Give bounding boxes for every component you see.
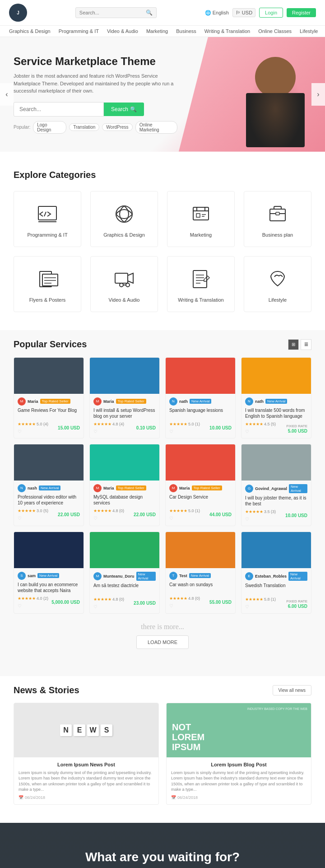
service-price: 15.00 USD bbox=[58, 425, 80, 430]
seller-name: nath bbox=[255, 399, 264, 404]
like-button[interactable]: ♡ bbox=[245, 517, 249, 522]
service-thumbnail bbox=[166, 532, 235, 568]
service-title: Car Design Service bbox=[169, 494, 232, 506]
nav-item[interactable]: Graphics & Design bbox=[9, 28, 51, 34]
rating-stars: ★★★★★ bbox=[245, 509, 263, 514]
calendar-icon: 📅 bbox=[19, 795, 23, 800]
language-selector[interactable]: 🌐 English bbox=[205, 10, 229, 16]
slider-prev-button[interactable]: ‹ bbox=[0, 83, 14, 106]
header-right: 🌐 English 🏳 USD Login Register bbox=[205, 8, 316, 18]
news-card[interactable]: INDUSTRY BASED COPY FOR THE WEB NOTLOREM… bbox=[166, 703, 311, 805]
like-button[interactable]: ♡ bbox=[18, 516, 22, 521]
svg-point-20 bbox=[120, 283, 123, 287]
like-button[interactable]: ♡ bbox=[245, 429, 249, 434]
seller-badge: New Arrival bbox=[136, 572, 156, 581]
rating-count: 4.8 (0) bbox=[112, 597, 124, 602]
list-view-button[interactable]: ☰ bbox=[301, 339, 311, 350]
svg-rect-19 bbox=[115, 273, 128, 283]
popular-tag[interactable]: Translation bbox=[69, 123, 99, 131]
service-card[interactable]: S sam New Arrival I can build you an eco… bbox=[14, 532, 84, 614]
logo[interactable]: J bbox=[9, 4, 27, 22]
nav-item[interactable]: Business bbox=[176, 28, 196, 34]
rating-count: 4.5 (5) bbox=[264, 422, 276, 426]
news-excerpt: Lorem Ipsum is simply dummy text of the … bbox=[171, 770, 306, 793]
rating-stars: ★★★★★ bbox=[18, 509, 36, 513]
service-card[interactable]: M Maria Top Rated Seller Car Design Serv… bbox=[165, 444, 236, 526]
category-card[interactable]: Lifestyle bbox=[244, 256, 311, 312]
category-card[interactable]: Graphics & Design bbox=[90, 191, 158, 247]
service-card[interactable]: M Maria Top Rated Seller MySQL database … bbox=[89, 444, 160, 526]
category-card[interactable]: Programming & IT bbox=[14, 191, 81, 247]
service-title: Am să testez diactricle bbox=[93, 583, 156, 594]
seller-avatar: M bbox=[169, 484, 177, 492]
popular-tag[interactable]: WordPress bbox=[102, 123, 132, 131]
svg-line-1 bbox=[44, 212, 46, 216]
like-button[interactable]: ♡ bbox=[169, 516, 173, 521]
news-excerpt: Lorem Ipsum is simply dummy text of the … bbox=[19, 770, 154, 793]
popular-tag[interactable]: Online Marketing bbox=[135, 121, 177, 134]
grid-view-button[interactable]: ⊞ bbox=[288, 339, 299, 350]
globe-icon: 🌐 bbox=[205, 10, 211, 16]
header-search-input[interactable] bbox=[79, 10, 146, 15]
service-card[interactable]: N nath New Arrival Spanish language less… bbox=[165, 357, 236, 439]
like-button[interactable]: ♡ bbox=[245, 604, 249, 609]
service-price: 55.00 USD bbox=[209, 600, 232, 605]
nav-item[interactable]: Video & Audio bbox=[107, 28, 138, 34]
login-button[interactable]: Login bbox=[259, 8, 283, 18]
service-card[interactable]: T Test New Arrival Car wash on sundays ★… bbox=[165, 532, 236, 614]
category-card[interactable]: Video & Audio bbox=[90, 256, 158, 312]
news-card[interactable]: NEWS Lorem Ipsum News Post Lorem Ipsum i… bbox=[14, 703, 159, 805]
seller-badge: New Arrival bbox=[39, 485, 60, 490]
nav-item[interactable]: Writing & Translation bbox=[204, 28, 250, 34]
load-more-button[interactable]: LOAD MORE bbox=[136, 635, 189, 649]
slider-next-button[interactable]: › bbox=[311, 83, 325, 106]
category-card[interactable]: Business plan bbox=[244, 191, 311, 247]
service-thumbnail bbox=[90, 444, 159, 481]
category-card[interactable]: Marketing bbox=[167, 191, 235, 247]
calendar-icon: 📅 bbox=[171, 795, 176, 800]
news-date: 📅 06/24/2018 bbox=[171, 795, 306, 800]
service-card[interactable]: E Esteban_Robles New Arrival Swedish Tra… bbox=[241, 532, 311, 614]
header-search-container[interactable]: 🔍 bbox=[75, 7, 157, 18]
service-card[interactable]: N nath New Arrival I will translate 500 … bbox=[241, 357, 311, 439]
register-button[interactable]: Register bbox=[287, 8, 316, 17]
hero-title: Service Marketplace Theme bbox=[14, 55, 177, 68]
service-card[interactable]: N nash New Arrival Professional video ed… bbox=[14, 444, 84, 526]
service-card[interactable]: M Maria Top Rated Seller Game Reviews Fo… bbox=[14, 357, 84, 439]
category-card[interactable]: Flyers & Posters bbox=[14, 256, 81, 312]
service-title: Swedish Translation bbox=[245, 583, 307, 594]
currency-selector[interactable]: 🏳 USD bbox=[232, 8, 255, 17]
like-button[interactable]: ♡ bbox=[169, 603, 173, 608]
like-button[interactable]: ♡ bbox=[93, 604, 98, 609]
nav-item[interactable]: Lifestyle bbox=[300, 28, 318, 34]
service-thumbnail bbox=[166, 444, 235, 481]
service-card[interactable]: M Maria Top Rated Seller I will install … bbox=[89, 357, 160, 439]
like-button[interactable]: ♡ bbox=[93, 516, 98, 521]
like-button[interactable]: ♡ bbox=[18, 429, 22, 434]
category-card[interactable]: Writing & Translation bbox=[167, 256, 235, 312]
nav-item[interactable]: Online Classes bbox=[258, 28, 292, 34]
search-icon[interactable]: 🔍 bbox=[146, 9, 153, 16]
hero-search-button[interactable]: Search 🔍 bbox=[104, 103, 144, 116]
there-is-more-text: there is more... bbox=[23, 623, 302, 631]
news-section: News & Stories View all news NEWS Lorem … bbox=[0, 676, 325, 823]
hero-search-input[interactable] bbox=[14, 102, 104, 117]
nav-item[interactable]: Marketing bbox=[146, 28, 168, 34]
seller-avatar: G bbox=[245, 485, 253, 493]
service-title: Professional video editor with 10 years … bbox=[18, 494, 80, 506]
popular-tag[interactable]: Logo Design bbox=[33, 121, 66, 134]
service-card[interactable]: G Govind_Agrawal New Arrival I will buy … bbox=[241, 444, 311, 526]
like-button[interactable]: ♡ bbox=[169, 429, 173, 434]
news-thumbnail: NEWS bbox=[14, 703, 158, 757]
seller-badge: Top Rated Seller bbox=[192, 485, 222, 490]
service-card[interactable]: M Munteanu_Doru New Arrival Am să testez… bbox=[89, 532, 160, 614]
news-title: Lorem Ipsum News Post bbox=[19, 762, 154, 767]
like-button[interactable]: ♡ bbox=[93, 429, 98, 434]
like-button[interactable]: ♡ bbox=[18, 603, 22, 608]
nav-item[interactable]: Programming & IT bbox=[59, 28, 99, 34]
svg-rect-4 bbox=[193, 207, 209, 220]
seller-avatar: M bbox=[93, 397, 102, 406]
rating-stars: ★★★★★ bbox=[169, 596, 187, 601]
view-all-news-button[interactable]: View all news bbox=[273, 685, 311, 695]
seller-avatar: N bbox=[245, 397, 253, 406]
